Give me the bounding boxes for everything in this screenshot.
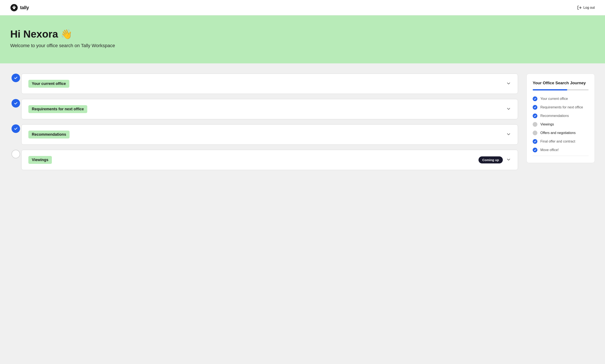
timeline-left-3: [10, 124, 21, 133]
greeting-text: Hi Nexora: [10, 28, 58, 40]
progress-bar-container: [533, 89, 589, 91]
journey-item-6: Move office!: [533, 148, 589, 152]
chevron-icon-2: [506, 106, 511, 112]
timeline-circle-4: [12, 150, 20, 158]
journey-item-5: Final offer and contract: [533, 139, 589, 144]
logo-area: tally: [10, 4, 29, 12]
journey-item-label-1: Requirements for next office: [540, 105, 583, 109]
card-container-3: Recommendations: [21, 124, 518, 145]
check-icon-3: [14, 127, 18, 130]
progress-bar-fill: [533, 89, 567, 91]
journey-item-3: Viewings: [533, 122, 589, 127]
journey-dot-1: [533, 105, 537, 110]
journey-item-label-6: Move office!: [540, 148, 559, 152]
svg-point-1: [13, 7, 15, 9]
card-viewings[interactable]: Viewings Coming up: [21, 150, 518, 170]
chevron-icon-4: [506, 157, 511, 163]
timeline-left-2: [10, 99, 21, 107]
timeline-section: Your current office: [10, 74, 518, 175]
card-container-1: Your current office: [21, 74, 518, 94]
journey-items: Your current office Requirements for nex…: [533, 96, 589, 152]
card-right-viewings: Coming up: [478, 156, 511, 163]
check-icon-1: [14, 76, 18, 80]
hero-subtitle: Welcome to your office search on Tally W…: [10, 43, 595, 48]
journey-dot-3: [533, 122, 537, 127]
chevron-icon-3: [506, 132, 511, 137]
card-label-requirements: Requirements for next office: [28, 105, 87, 113]
tally-logo-icon: [10, 4, 18, 12]
journey-divider: [533, 156, 589, 156]
journey-dot-0: [533, 96, 537, 101]
journey-item-label-3: Viewings: [540, 122, 554, 126]
timeline-item-viewings: Viewings Coming up: [10, 150, 518, 175]
hero-greeting: Hi Nexora 👋: [10, 28, 595, 40]
card-container-2: Requirements for next office: [21, 99, 518, 119]
coming-up-badge: Coming up: [478, 156, 503, 163]
journey-item-0: Your current office: [533, 96, 589, 101]
logo-text: tally: [20, 5, 29, 11]
card-label-recommendations: Recommendations: [28, 130, 70, 139]
timeline-circle-1: [12, 74, 20, 82]
chevron-icon-1: [506, 81, 511, 87]
logout-label: Log out: [583, 6, 595, 10]
journey-item-label-2: Recommendations: [540, 114, 569, 118]
journey-item-label-0: Your current office: [540, 97, 568, 101]
timeline-left-1: [10, 74, 21, 82]
card-container-4: Viewings Coming up: [21, 150, 518, 170]
timeline-item-current-office: Your current office: [10, 74, 518, 99]
card-label-current-office: Your current office: [28, 80, 69, 88]
card-current-office[interactable]: Your current office: [21, 74, 518, 94]
card-requirements[interactable]: Requirements for next office: [21, 99, 518, 119]
journey-item-2: Recommendations: [533, 114, 589, 118]
journey-panel: Your Office Search Journey Your current …: [527, 74, 595, 163]
journey-dot-2: [533, 114, 537, 118]
journey-item-4: Offers and negotiations: [533, 130, 589, 135]
journey-dot-5: [533, 139, 537, 144]
card-label-viewings: Viewings: [28, 156, 52, 164]
logout-button[interactable]: Log out: [577, 5, 595, 10]
journey-item-label-5: Final offer and contract: [540, 140, 575, 143]
journey-dot-4: [533, 130, 537, 135]
card-recommendations[interactable]: Recommendations: [21, 124, 518, 145]
journey-title: Your Office Search Journey: [533, 81, 589, 85]
journey-item-label-4: Offers and negotiations: [540, 131, 576, 135]
journey-dot-6: [533, 148, 537, 152]
logout-icon: [577, 5, 582, 10]
timeline-circle-2: [12, 99, 20, 107]
journey-item-1: Requirements for next office: [533, 105, 589, 110]
timeline-item-recommendations: Recommendations: [10, 124, 518, 150]
timeline-wrapper: Your current office: [10, 74, 518, 175]
hero-banner: Hi Nexora 👋 Welcome to your office searc…: [0, 15, 605, 63]
wave-emoji: 👋: [61, 29, 72, 40]
site-header: tally Log out: [0, 0, 605, 15]
main-content: Your current office: [0, 63, 605, 185]
timeline-circle-3: [12, 124, 20, 133]
timeline-item-requirements: Requirements for next office: [10, 99, 518, 124]
check-icon-2: [14, 101, 18, 105]
timeline-left-4: [10, 150, 21, 158]
